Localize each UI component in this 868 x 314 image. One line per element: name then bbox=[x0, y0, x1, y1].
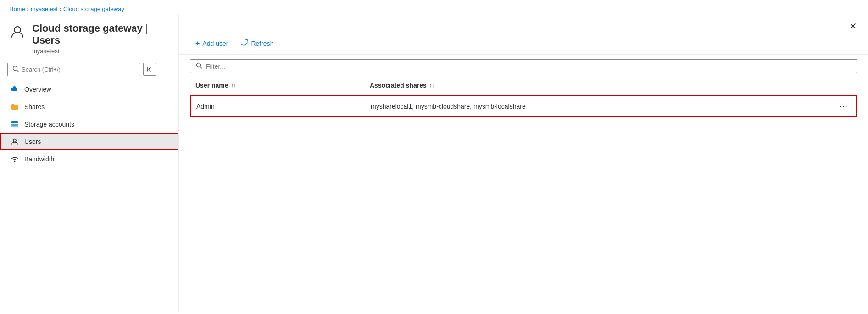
search-input[interactable] bbox=[22, 66, 135, 73]
add-icon: + bbox=[195, 39, 200, 48]
col-shares-label: Associated shares bbox=[370, 82, 427, 89]
search-icon bbox=[12, 66, 19, 73]
table-header: User name ↑↓ Associated shares ↑↓ bbox=[190, 78, 857, 93]
column-header-shares: Associated shares ↑↓ bbox=[370, 82, 851, 89]
svg-rect-5 bbox=[11, 126, 18, 127]
cell-shares: mysharelocal1, mysmb-cloudshare, mysmb-l… bbox=[371, 103, 832, 110]
search-container bbox=[0, 60, 178, 81]
cell-actions: ··· bbox=[832, 100, 851, 112]
filter-input[interactable] bbox=[206, 63, 851, 70]
column-header-username: User name ↑↓ bbox=[195, 82, 370, 89]
svg-point-7 bbox=[14, 160, 16, 162]
sidebar-item-label-overview: Overview bbox=[24, 86, 51, 93]
svg-line-2 bbox=[17, 70, 19, 72]
cell-username: Admin bbox=[196, 103, 371, 110]
cloud-icon bbox=[11, 85, 19, 94]
resource-header: Cloud storage gateway | Users myasetest bbox=[0, 15, 178, 60]
close-button[interactable]: ✕ bbox=[846, 19, 861, 33]
wifi-icon bbox=[11, 155, 19, 163]
breadcrumb-home[interactable]: Home bbox=[9, 6, 25, 12]
svg-rect-3 bbox=[11, 121, 18, 123]
sidebar: Cloud storage gateway | Users myasetest bbox=[0, 15, 179, 312]
svg-point-6 bbox=[13, 139, 16, 142]
add-user-button[interactable]: + Add user bbox=[190, 37, 234, 50]
resource-subtitle: myasetest bbox=[32, 48, 169, 55]
search-box[interactable] bbox=[7, 63, 140, 76]
breadcrumb-sep2: › bbox=[60, 6, 61, 12]
breadcrumb-sep1: › bbox=[27, 6, 29, 12]
refresh-icon bbox=[241, 39, 248, 48]
svg-line-9 bbox=[200, 67, 202, 69]
svg-point-0 bbox=[14, 27, 21, 33]
data-table: User name ↑↓ Associated shares ↑↓ Admin … bbox=[190, 78, 857, 312]
storage-icon bbox=[11, 120, 19, 128]
filter-bar bbox=[179, 55, 868, 73]
refresh-button[interactable]: Refresh bbox=[235, 36, 279, 50]
breadcrumb-current[interactable]: Cloud storage gateway bbox=[63, 6, 124, 12]
filter-box[interactable] bbox=[190, 59, 857, 73]
resource-section-text: Users bbox=[32, 34, 60, 46]
folder-icon bbox=[11, 103, 19, 111]
row-actions-button[interactable]: ··· bbox=[837, 100, 851, 112]
resource-icon bbox=[9, 23, 26, 40]
table-row[interactable]: Admin mysharelocal1, mysmb-cloudshare, m… bbox=[190, 95, 857, 117]
sidebar-item-label-users: Users bbox=[24, 138, 41, 145]
content-area: ✕ + Add user Refresh bbox=[179, 15, 868, 312]
user-icon bbox=[11, 138, 19, 146]
sidebar-item-users[interactable]: Users bbox=[0, 133, 178, 150]
refresh-label: Refresh bbox=[251, 40, 273, 47]
sidebar-item-label-storage: Storage accounts bbox=[24, 121, 74, 128]
sidebar-item-storage-accounts[interactable]: Storage accounts bbox=[0, 116, 178, 133]
svg-rect-4 bbox=[11, 124, 18, 126]
resource-title-text: Cloud storage gateway bbox=[32, 22, 143, 34]
toolbar: + Add user Refresh bbox=[179, 33, 868, 55]
add-user-label: Add user bbox=[202, 40, 228, 47]
col-username-label: User name bbox=[195, 82, 228, 89]
sort-shares-icon[interactable]: ↑↓ bbox=[429, 83, 434, 88]
sidebar-item-label-shares: Shares bbox=[24, 103, 45, 110]
resource-main-title: Cloud storage gateway | Users bbox=[32, 22, 169, 47]
breadcrumb: Home › myasetest › Cloud storage gateway bbox=[0, 0, 868, 15]
filter-icon bbox=[196, 62, 202, 70]
breadcrumb-resource[interactable]: myasetest bbox=[31, 6, 58, 12]
sidebar-item-bandwidth[interactable]: Bandwidth bbox=[0, 150, 178, 168]
resource-title-block: Cloud storage gateway | Users myasetest bbox=[32, 22, 169, 55]
sidebar-item-overview[interactable]: Overview bbox=[0, 81, 178, 98]
sidebar-item-shares[interactable]: Shares bbox=[0, 98, 178, 116]
sidebar-item-label-bandwidth: Bandwidth bbox=[24, 155, 54, 163]
collapse-sidebar-button[interactable] bbox=[143, 63, 156, 76]
sort-username-icon[interactable]: ↑↓ bbox=[231, 83, 236, 88]
nav: Overview Shares bbox=[0, 81, 178, 168]
